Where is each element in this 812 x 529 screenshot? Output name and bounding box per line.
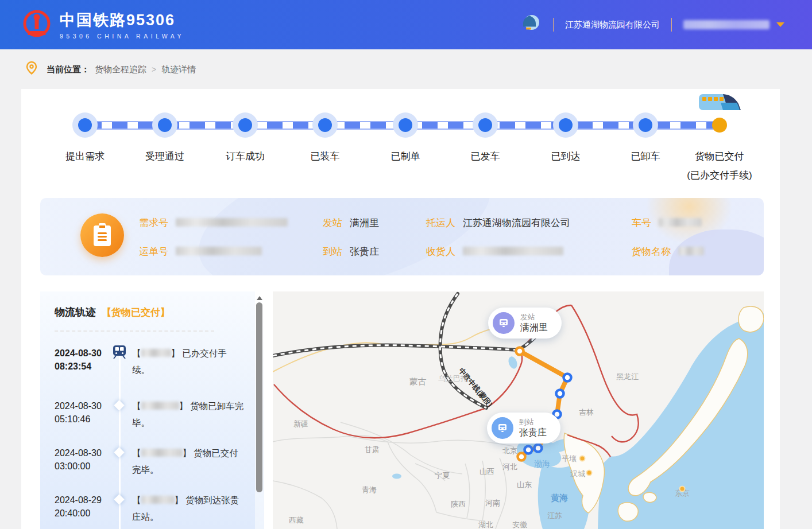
train-marker-icon [111, 345, 127, 362]
info-field: 车号 [632, 216, 704, 230]
map-label: 山西 [480, 467, 494, 476]
map-label: 河北 [502, 462, 517, 471]
city-dot [580, 456, 585, 461]
shipment-info-card: 需求号运单号发站满洲里到站张贵庄托运人江苏通湖物流园有限公司收货人车号货物名称 [40, 198, 764, 275]
tracker-node-5 [393, 112, 418, 138]
train-front-icon [492, 417, 513, 439]
railway-logo-icon [22, 9, 52, 41]
map-label: 宁夏 [435, 471, 450, 480]
destination-station: 张贵庄 [519, 427, 547, 438]
map-label: 湖北 [478, 520, 493, 529]
origin-station: 满洲里 [520, 322, 548, 333]
route-waypoint [535, 445, 542, 452]
japan-hokkaido [738, 306, 764, 332]
city-label: 汉城 [570, 469, 585, 478]
masked-value [659, 218, 702, 227]
route-waypoint [525, 446, 532, 454]
breadcrumb-separator: > [152, 65, 156, 74]
timeline-date: 2024-08-3008:23:54 [55, 347, 117, 373]
info-column: 需求号运单号 [139, 216, 288, 258]
tracker-node-9 [712, 118, 727, 133]
timeline-date: 2024-08-2920:40:00 [55, 493, 117, 520]
tracker-node-1 [72, 112, 98, 138]
tracker-node-7 [553, 112, 578, 138]
field-label: 托运人 [426, 217, 455, 228]
route-waypoint [564, 374, 571, 382]
info-field: 发站满洲里 [323, 216, 379, 230]
step-label: 已装车 [311, 147, 340, 166]
app-subtitle: 95306 CHINA RAILWAY [60, 33, 184, 40]
timeline-date: 2024-08-3005:10:46 [55, 399, 117, 426]
route-waypoint [556, 390, 564, 398]
content-card: 提出需求受理通过订车成功已装车已制单已发车已到达已卸车货物已交付(已办交付手续) [21, 89, 780, 529]
scrollbar-up-arrow[interactable] [257, 296, 262, 300]
info-field: 托运人江苏通湖物流园有限公司 [426, 216, 570, 230]
notification-bell-icon[interactable] [516, 11, 542, 38]
step-label: 订车成功 [226, 147, 265, 166]
origin-tag: 发站 [520, 313, 548, 322]
info-field: 货物名称 [632, 245, 704, 258]
field-label: 到站 [323, 246, 342, 257]
info-column: 发站满洲里到站张贵庄 [323, 216, 379, 258]
field-value: 满洲里 [350, 217, 379, 228]
user-menu[interactable] [683, 20, 784, 29]
info-field: 到站张贵庄 [323, 245, 379, 258]
header-divider [671, 18, 672, 32]
route-endpoint [516, 348, 524, 355]
step-label: 已发车 [471, 147, 500, 166]
breadcrumb-link-tracking[interactable]: 货物全程追踪 [95, 64, 146, 75]
scrollbar-thumb[interactable] [256, 302, 262, 492]
step-label: 提出需求 [65, 147, 105, 166]
map-label: 甘肃 [365, 445, 380, 454]
field-label: 发站 [323, 217, 342, 228]
masked-value [176, 218, 288, 227]
map-label: 吉林 [579, 408, 594, 417]
step-sublabel: (已办交付手续) [687, 166, 752, 185]
route-map[interactable]: 中欧中线(蒙段) 蒙古乌兰巴托黑龙江吉林新疆甘肃青海宁夏陕西山西河北北京河南山东… [273, 291, 764, 529]
timeline-status-tag: 【货物已交付】 [102, 307, 170, 318]
timeline-text: 【】 货物已卸车完毕。 [132, 398, 244, 431]
map-label: 江苏 [547, 511, 562, 520]
route-endpoint [518, 453, 525, 461]
map-label: 蒙古 [409, 377, 427, 386]
tracker-node-4 [312, 112, 338, 138]
field-value: 张贵庄 [350, 246, 379, 257]
step-label: 已制单 [391, 147, 420, 166]
info-field: 需求号 [139, 216, 288, 230]
info-field: 运单号 [139, 245, 288, 258]
timeline-title-text: 物流轨迹 [55, 306, 96, 318]
breadcrumb: 当前位置： 货物全程追踪 > 轨迹详情 [0, 49, 812, 90]
masked-station [141, 496, 175, 504]
company-name: 江苏通湖物流园有限公司 [565, 20, 660, 30]
field-label: 收货人 [426, 246, 455, 257]
map-label: 新疆 [293, 419, 308, 428]
map-label: 乌兰巴托 [438, 374, 468, 383]
masked-station [141, 449, 183, 457]
breadcrumb-label: 当前位置： [47, 64, 90, 75]
waybill-document-icon [80, 213, 124, 257]
destination-tag: 到站 [519, 418, 547, 427]
info-field: 收货人 [426, 245, 570, 258]
masked-value [176, 247, 262, 255]
origin-station-marker: 发站 满洲里 [488, 308, 562, 339]
map-label: 黄海 [551, 493, 568, 503]
tracker-node-3 [233, 112, 258, 138]
city-dot [587, 470, 592, 476]
destination-station-marker: 到站 张贵庄 [487, 413, 560, 444]
map-label: 北京 [502, 446, 517, 455]
timeline-scrollbar[interactable] [255, 291, 264, 529]
masked-value [463, 247, 563, 255]
city-dot [680, 487, 685, 492]
train-front-icon [493, 312, 515, 334]
map-label: 青海 [362, 485, 377, 494]
header-divider [553, 18, 554, 32]
japan-shikoku [643, 492, 656, 502]
step-label: 已到达 [551, 147, 581, 166]
step-label: 货物已交付(已办交付手续) [687, 147, 752, 185]
map-label: 渤海 [534, 459, 550, 468]
app-title: 中国铁路95306 [60, 10, 184, 30]
lake [392, 474, 401, 479]
caret-down-icon [776, 22, 784, 27]
timeline-text: 【】 已办交付手续。 [132, 345, 244, 378]
timeline-text: 【】 货物到达张贵庄站。 [132, 492, 244, 525]
